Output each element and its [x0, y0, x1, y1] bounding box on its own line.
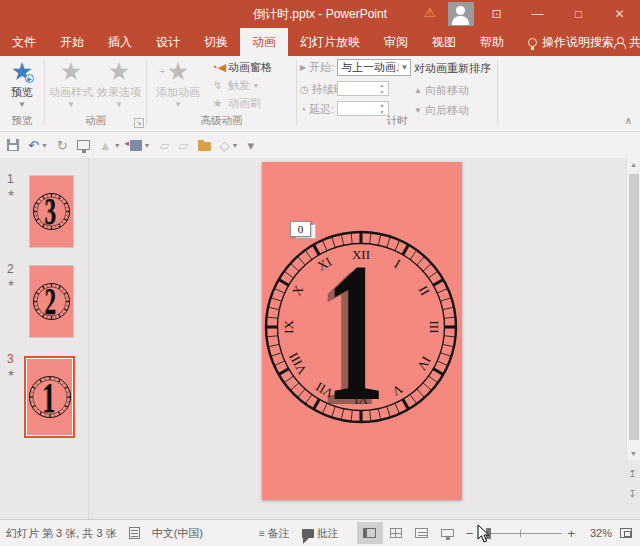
animation-painter-button[interactable]: ★ 动画刷	[211, 95, 261, 111]
reading-view-button[interactable]	[409, 522, 435, 544]
animation-pane-button[interactable]: ▼	[130, 140, 151, 151]
previous-slide-button[interactable]: ↥	[626, 468, 639, 479]
preview-button[interactable]: ★▶ 预览 ▼	[2, 58, 42, 109]
animation-sequence-badge[interactable]: 0	[290, 221, 311, 237]
svg-text:1: 1	[325, 229, 385, 425]
thumbnail-clock: 33	[32, 192, 71, 231]
redo-button[interactable]: ↻	[57, 138, 68, 153]
animation-styles-button[interactable]: ★ 动画样式 ▼	[47, 58, 95, 109]
animation-painter-button[interactable]: ▲▼	[99, 138, 121, 153]
trigger-button[interactable]: ↯ 触发 ▾	[211, 77, 258, 93]
share-button[interactable]: 共享	[614, 28, 640, 56]
save-button[interactable]	[7, 139, 19, 151]
zoom-in-button[interactable]: +	[562, 526, 580, 541]
tab-视图[interactable]: 视图	[420, 28, 468, 56]
slide-sorter-button[interactable]	[383, 522, 409, 544]
play-icon: ▶	[25, 74, 34, 83]
tab-帮助[interactable]: 帮助	[468, 28, 516, 56]
animation-pane-icon	[130, 140, 142, 151]
minimize-button[interactable]: —	[517, 0, 558, 28]
warning-icon[interactable]: ⚠	[424, 5, 436, 20]
tab-文件[interactable]: 文件	[0, 28, 48, 56]
lightbulb-icon	[528, 38, 537, 47]
shape-tool-icon: ◇	[220, 138, 230, 153]
tab-插入[interactable]: 插入	[96, 28, 144, 56]
vertical-scrollbar[interactable]: ▲ ▼	[626, 158, 640, 460]
group-advanced-animation: ＋★ 添加动画 ▼ ◔◀ 动画窗格 ↯ 触发 ▾ ★ 动画刷 高级动画	[147, 56, 296, 131]
save-icon	[7, 139, 19, 151]
slide-thumbnail-1[interactable]: 33	[30, 176, 73, 247]
slide-counter: 幻灯片 第 3 张, 共 3 张	[6, 526, 117, 541]
start-label: 开始:	[309, 60, 334, 75]
fit-to-window-icon[interactable]	[620, 528, 632, 538]
avatar-body-icon	[452, 16, 469, 25]
start-slideshow-button[interactable]	[77, 140, 90, 150]
svg-text:3: 3	[45, 192, 56, 231]
reading-view-icon	[415, 528, 428, 538]
svg-text:I: I	[392, 256, 403, 271]
zoom-slider-thumb[interactable]	[486, 528, 491, 539]
effect-options-button[interactable]: ★ 效果选项 ▼	[95, 58, 143, 109]
language-status[interactable]: 中文(中国)	[152, 526, 203, 541]
user-avatar[interactable]	[448, 2, 474, 26]
svg-text:VIII: VIII	[286, 350, 310, 377]
send-backward-icon: ▱	[179, 138, 189, 153]
preview-label: 预览	[2, 85, 42, 100]
start-row: ▶ 开始:	[300, 60, 334, 75]
next-slide-button[interactable]: ↧	[626, 488, 639, 499]
tab-设计[interactable]: 设计	[144, 28, 192, 56]
slide-thumbnail-3[interactable]: 11	[24, 356, 75, 438]
scroll-up-icon[interactable]: ▲	[627, 161, 640, 168]
undo-button[interactable]: ↶▼	[28, 138, 48, 153]
animation-star-icon: ★	[7, 188, 23, 198]
send-backward-button[interactable]: ▱	[179, 138, 189, 153]
customize-qat-icon: ▾	[247, 138, 254, 153]
scrollbar-thumb[interactable]	[629, 174, 639, 440]
tell-me-search[interactable]: 操作说明搜索	[528, 28, 614, 56]
reorder-animation-label: 对动画重新排序	[414, 61, 491, 76]
window-controls: ⊡—□✕	[476, 0, 640, 28]
tab-切换[interactable]: 切换	[192, 28, 240, 56]
slide-thumbnail-2[interactable]: 22	[30, 266, 73, 337]
proofing-icon[interactable]	[129, 527, 140, 539]
slideshow-button[interactable]	[435, 522, 461, 544]
duration-spinner[interactable]: ▲▼	[337, 81, 389, 96]
animation-group-label: 动画	[45, 114, 146, 128]
slide-canvas[interactable]: XIIIIIIIIIVVVIVIIVIIIIXXXI11 0	[262, 162, 462, 500]
open-file-button[interactable]	[198, 139, 211, 151]
add-animation-button[interactable]: ＋★ 添加动画 ▼	[151, 58, 205, 109]
zoom-slider[interactable]	[478, 533, 562, 534]
panel-splitter[interactable]	[88, 158, 89, 519]
animation-pane-button[interactable]: ◔◀ 动画窗格	[211, 59, 272, 75]
tab-审阅[interactable]: 审阅	[372, 28, 420, 56]
move-earlier-button[interactable]: ▲ 向前移动	[414, 83, 469, 98]
shape-tool-button[interactable]: ◇▼	[220, 138, 239, 153]
tab-开始[interactable]: 开始	[48, 28, 96, 56]
avatar-head-icon	[456, 6, 465, 15]
bring-forward-button[interactable]: ▱	[160, 138, 170, 153]
svg-text:2: 2	[45, 282, 56, 321]
comments-button[interactable]: 批注	[317, 526, 339, 541]
customize-qat-button[interactable]: ▾	[247, 138, 254, 153]
collapse-ribbon-icon[interactable]: ∧	[625, 115, 632, 126]
powerpoint-window: 倒计时.pptx - PowerPoint ⚠ ⊡—□✕ 文件开始插入设计切换动…	[0, 0, 640, 546]
group-animation: ★ 动画样式 ▼ ★ 效果选项 ▼ 动画 ↘	[45, 56, 146, 131]
clock-face[interactable]: XIIIIIIIIIVVVIVIIVIIIIXXXI11	[263, 229, 459, 425]
zoom-out-button[interactable]: −	[461, 526, 479, 541]
editor-area: 1★332★223★11 XIIIIIIIIIVVVIVIIVIIIIXXXI1…	[0, 158, 640, 519]
slide-number-label: 3	[7, 352, 23, 366]
notes-button[interactable]: 备注	[268, 526, 290, 541]
maximize-button[interactable]: □	[558, 0, 599, 28]
zoom-level[interactable]: 32%	[582, 527, 612, 539]
start-combobox[interactable]: 与上一动画... ▼	[337, 59, 411, 76]
scroll-down-icon[interactable]: ▼	[627, 450, 640, 457]
preview-group-label: 预览	[0, 114, 44, 128]
slide-sorter-icon	[390, 528, 402, 538]
close-button[interactable]: ✕	[599, 0, 640, 28]
open-file-icon	[198, 142, 211, 151]
tab-幻灯片放映[interactable]: 幻灯片放映	[288, 28, 372, 56]
animation-dialog-launcher[interactable]: ↘	[134, 118, 144, 128]
normal-view-button[interactable]	[357, 522, 383, 544]
tab-动画[interactable]: 动画	[240, 28, 288, 56]
ribbon-display-options-button[interactable]: ⊡	[476, 0, 517, 28]
